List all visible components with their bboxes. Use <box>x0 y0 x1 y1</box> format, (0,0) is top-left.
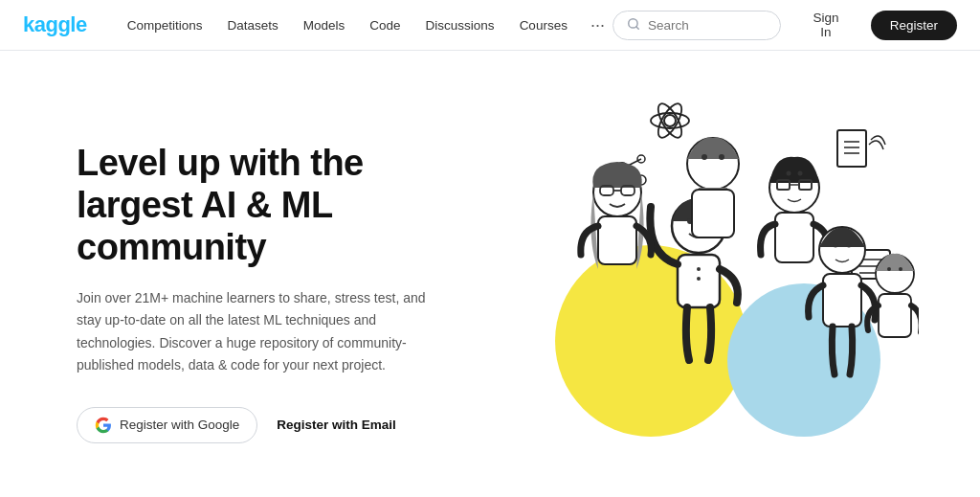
svg-rect-22 <box>678 255 720 307</box>
svg-rect-36 <box>775 213 813 262</box>
svg-rect-48 <box>879 294 911 337</box>
svg-point-34 <box>787 171 791 176</box>
search-bar[interactable] <box>612 11 781 40</box>
register-email-button[interactable]: Register with Email <box>277 418 396 432</box>
search-icon <box>627 17 640 34</box>
svg-point-43 <box>847 243 852 248</box>
google-btn-label: Register with Google <box>120 418 239 432</box>
register-button[interactable]: Register <box>871 11 957 40</box>
svg-point-2 <box>664 115 676 126</box>
nav-courses[interactable]: Courses <box>510 12 577 38</box>
hero-right <box>479 89 919 497</box>
nav-competitions[interactable]: Competitions <box>118 12 212 38</box>
hero-buttons: Register with Google Register with Email <box>77 407 479 443</box>
svg-rect-40 <box>692 190 734 237</box>
illustration <box>479 92 919 494</box>
hero-section: Level up with the largest AI & ML commun… <box>0 51 980 497</box>
nav-datasets[interactable]: Datasets <box>218 12 288 38</box>
more-menu-button[interactable]: ··· <box>583 11 612 39</box>
register-google-button[interactable]: Register with Google <box>77 407 257 443</box>
navbar-right: Sign In Register <box>612 4 957 46</box>
svg-point-42 <box>834 243 838 248</box>
hero-illustration <box>479 92 919 494</box>
nav-discussions[interactable]: Discussions <box>416 12 504 38</box>
kaggle-logo[interactable]: kaggle <box>23 12 87 37</box>
svg-point-38 <box>702 154 707 160</box>
signin-button[interactable]: Sign In <box>792 4 859 46</box>
navbar: kaggle Competitions Datasets Models Code… <box>0 0 980 51</box>
svg-point-35 <box>798 171 803 176</box>
svg-rect-11 <box>837 130 866 167</box>
svg-point-24 <box>697 277 701 281</box>
svg-rect-44 <box>823 274 861 327</box>
svg-point-39 <box>719 154 724 160</box>
hero-left: Level up with the largest AI & ML commun… <box>77 143 479 442</box>
svg-point-47 <box>899 267 902 271</box>
nav-models[interactable]: Models <box>294 12 355 38</box>
svg-point-46 <box>887 267 891 271</box>
google-icon <box>95 417 112 434</box>
svg-rect-29 <box>598 216 636 264</box>
hero-description: Join over 21M+ machine learners to share… <box>77 287 440 375</box>
nav-links: Competitions Datasets Models Code Discus… <box>118 11 612 39</box>
search-input[interactable] <box>648 18 767 33</box>
svg-point-23 <box>697 267 701 271</box>
hero-title: Level up with the largest AI & ML commun… <box>77 143 479 268</box>
nav-code[interactable]: Code <box>360 12 410 38</box>
svg-line-1 <box>636 26 639 29</box>
